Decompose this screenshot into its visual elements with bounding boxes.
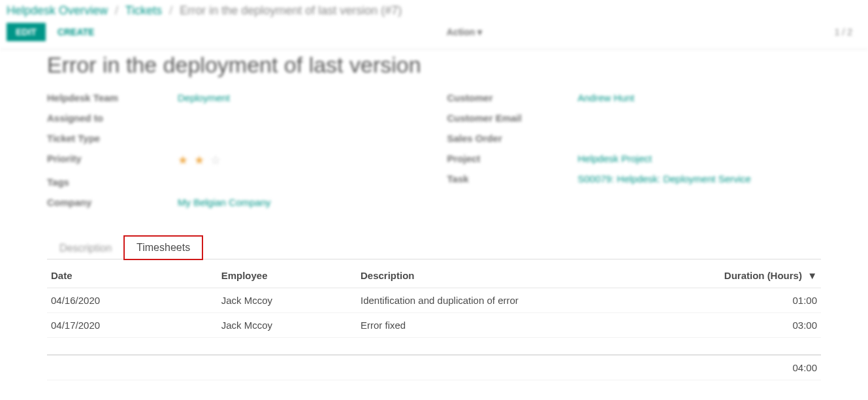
toolbar: EDIT CREATE Action ▾ 1 / 2 — [0, 18, 868, 50]
action-dropdown[interactable]: Action ▾ — [447, 27, 483, 37]
caret-down-icon: ▾ — [477, 27, 482, 37]
record-pager[interactable]: 1 / 2 — [835, 27, 861, 37]
tab-timesheets[interactable]: Timesheets — [124, 236, 202, 259]
sort-desc-icon: ▼ — [807, 270, 817, 281]
table-header-row: Date Employee Description Duration (Hour… — [47, 263, 821, 288]
project-label: Project — [447, 153, 578, 164]
priority-label: Priority — [47, 153, 178, 167]
table-spacer — [47, 338, 821, 355]
edit-button[interactable]: EDIT — [7, 23, 46, 41]
star-icon: ★ — [178, 154, 189, 167]
timesheet-table: Date Employee Description Duration (Hour… — [47, 263, 821, 380]
breadcrumb-current: Error in the deployment of last version … — [180, 4, 402, 17]
project-value[interactable]: Helpdesk Project — [578, 153, 652, 164]
tabs: Description Timesheets — [47, 235, 821, 259]
cell-date: 04/17/2020 — [47, 313, 217, 338]
table-total-row: 04:00 — [47, 355, 821, 380]
company-label: Company — [47, 197, 178, 208]
email-label: Customer Email — [447, 112, 578, 124]
table-row[interactable]: 04/16/2020Jack MccoyIdentification and d… — [47, 288, 821, 313]
tags-label: Tags — [47, 176, 178, 188]
table-row[interactable]: 04/17/2020Jack MccoyError fixed03:00 — [47, 313, 821, 338]
team-value[interactable]: Deployment — [178, 92, 230, 103]
team-label: Helpdesk Team — [47, 92, 178, 103]
assigned-label: Assigned to — [47, 112, 178, 124]
customer-label: Customer — [447, 92, 578, 103]
col-date[interactable]: Date — [47, 263, 217, 288]
breadcrumb-tickets[interactable]: Tickets — [125, 4, 162, 17]
task-label: Task — [447, 173, 578, 184]
so-label: Sales Order — [447, 133, 578, 144]
cell-description: Identification and duplication of error — [357, 288, 697, 313]
cell-employee: Jack Mccoy — [217, 288, 357, 313]
customer-value[interactable]: Andrew Hunt — [578, 92, 635, 103]
col-description[interactable]: Description — [357, 263, 697, 288]
breadcrumb: Helpdesk Overview / Tickets / Error in t… — [0, 0, 868, 18]
star-empty-icon: ☆ — [210, 154, 222, 167]
create-button[interactable]: CREATE — [57, 27, 95, 37]
cell-duration: 03:00 — [697, 313, 821, 338]
col-employee[interactable]: Employee — [217, 263, 357, 288]
breadcrumb-root[interactable]: Helpdesk Overview — [7, 4, 108, 17]
company-value[interactable]: My Belgian Company — [178, 197, 271, 208]
type-label: Ticket Type — [47, 133, 178, 144]
cell-duration: 01:00 — [697, 288, 821, 313]
cell-date: 04/16/2020 — [47, 288, 217, 313]
priority-stars[interactable]: ★ ★ ☆ — [178, 153, 222, 167]
record-title: Error in the deployment of last version — [47, 52, 821, 78]
cell-description: Error fixed — [357, 313, 697, 338]
star-icon: ★ — [194, 154, 206, 167]
tab-description[interactable]: Description — [47, 237, 124, 259]
cell-employee: Jack Mccoy — [217, 313, 357, 338]
total-duration: 04:00 — [697, 355, 821, 380]
task-value[interactable]: S00079: Helpdesk: Deployment Service — [578, 173, 751, 184]
fields-grid: Helpdesk Team Deployment Assigned to Tic… — [47, 92, 821, 217]
col-duration[interactable]: Duration (Hours) ▼ — [697, 263, 821, 288]
